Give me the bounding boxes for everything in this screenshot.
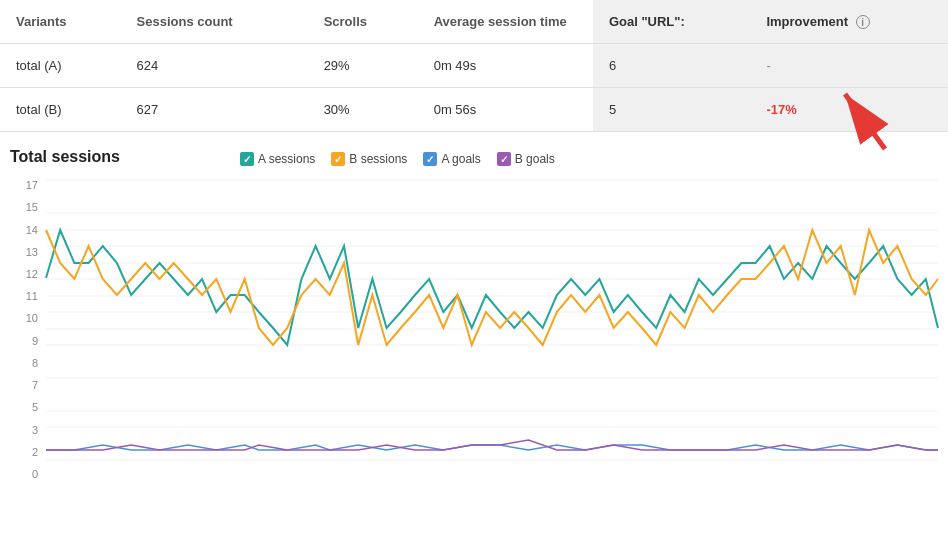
col-variants: Variants (0, 0, 121, 44)
cell-variant-a: total (A) (0, 44, 121, 88)
col-sessions: Sessions count (121, 0, 308, 44)
cell-sessions-a: 624 (121, 44, 308, 88)
data-table: Variants Sessions count Scrolls Average … (0, 0, 948, 132)
chart-title: Total sessions (10, 148, 120, 166)
cell-scrolls-b: 30% (308, 88, 418, 132)
col-improvement: Improvement i (750, 0, 948, 44)
cell-scrolls-a: 29% (308, 44, 418, 88)
svg-line-1 (845, 94, 885, 149)
table-row: total (B) 627 30% 0m 56s 5 -17% (0, 88, 948, 132)
red-arrow (830, 84, 900, 157)
col-goal: Goal "URL": (593, 0, 751, 44)
b-goals-line (46, 440, 938, 450)
cell-goal-b: 5 (593, 88, 751, 132)
b-sessions-line (46, 230, 938, 345)
legend-check-b-goals: ✓ (497, 152, 511, 166)
legend-a-sessions: ✓ A sessions (240, 152, 315, 166)
legend-a-goals: ✓ A goals (423, 152, 480, 166)
legend-check-a-sessions: ✓ (240, 152, 254, 166)
legend-check-b-sessions: ✓ (331, 152, 345, 166)
cell-goal-a: 6 (593, 44, 751, 88)
legend-check-a-goals: ✓ (423, 152, 437, 166)
cell-variant-b: total (B) (0, 88, 121, 132)
legend-b-sessions: ✓ B sessions (331, 152, 407, 166)
info-icon[interactable]: i (856, 15, 870, 29)
cell-sessions-b: 627 (121, 88, 308, 132)
cell-avgtime-a: 0m 49s (418, 44, 593, 88)
chart-plot (46, 180, 938, 460)
table-row: total (A) 624 29% 0m 49s 6 - (0, 44, 948, 88)
cell-improvement-a: - (750, 44, 948, 88)
y-axis: 0 2 3 5 7 8 9 10 11 12 13 14 15 17 (18, 180, 42, 480)
col-scrolls: Scrolls (308, 0, 418, 44)
chart-legend: ✓ A sessions ✓ B sessions ✓ A goals ✓ B … (240, 152, 555, 166)
col-avg-time: Average session time (418, 0, 593, 44)
a-sessions-line (46, 230, 938, 345)
chart-section: Total sessions ✓ A sessions ✓ B sessions… (0, 132, 948, 490)
cell-avgtime-b: 0m 56s (418, 88, 593, 132)
chart-canvas: 0 2 3 5 7 8 9 10 11 12 13 14 15 17 (18, 180, 938, 480)
legend-b-goals: ✓ B goals (497, 152, 555, 166)
